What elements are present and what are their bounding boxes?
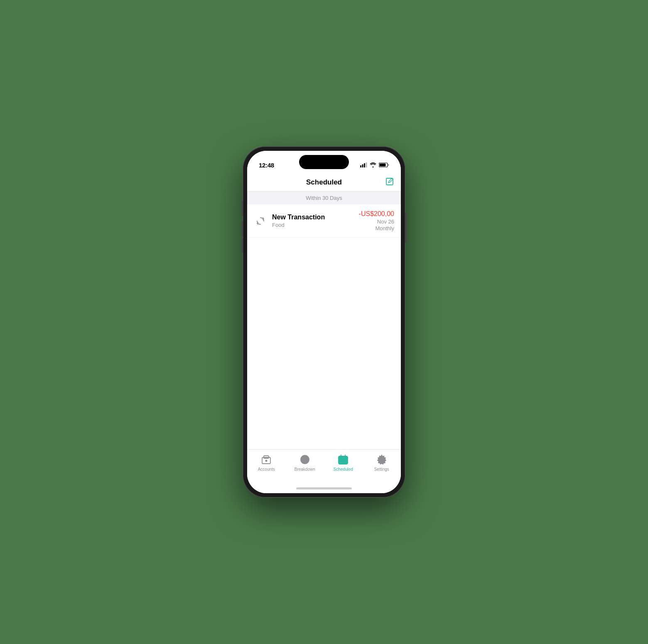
svg-rect-19 xyxy=(340,462,341,463)
accounts-tab-icon xyxy=(260,454,272,465)
svg-rect-20 xyxy=(343,462,344,463)
svg-rect-17 xyxy=(343,460,344,461)
svg-rect-16 xyxy=(340,460,341,461)
phone-screen: 12:48 xyxy=(247,151,401,493)
svg-rect-2 xyxy=(364,163,365,167)
section-header: Within 30 Days xyxy=(247,192,401,204)
tab-settings[interactable]: Settings xyxy=(367,454,396,472)
svg-rect-18 xyxy=(345,460,346,461)
svg-rect-3 xyxy=(366,162,367,167)
phone-frame: 12:48 xyxy=(243,147,405,497)
nav-title: Scheduled xyxy=(306,178,342,187)
transaction-category: Food xyxy=(272,222,359,228)
breakdown-tab-label: Breakdown xyxy=(295,467,315,472)
transaction-date: Nov 26 xyxy=(359,219,394,225)
edit-button[interactable] xyxy=(385,177,394,188)
transaction-name: New Transaction xyxy=(272,214,359,221)
settings-tab-icon xyxy=(376,454,388,465)
recurrence-icon xyxy=(254,214,267,228)
scheduled-tab-icon xyxy=(337,454,349,465)
battery-icon xyxy=(379,162,389,167)
svg-rect-0 xyxy=(360,165,361,167)
settings-tab-label: Settings xyxy=(374,467,389,472)
transaction-recurrence: Monthly xyxy=(359,225,394,231)
home-bar xyxy=(296,487,352,489)
transaction-right: -US$200,00 Nov 26 Monthly xyxy=(359,210,394,231)
status-time: 12:48 xyxy=(259,162,274,169)
dynamic-island xyxy=(299,155,349,169)
svg-rect-6 xyxy=(380,164,386,167)
home-indicator xyxy=(247,483,401,493)
transaction-amount: -US$200,00 xyxy=(359,210,394,218)
signal-icon xyxy=(360,162,367,167)
accounts-tab-label: Accounts xyxy=(258,467,275,472)
wifi-icon xyxy=(370,162,376,167)
status-icons xyxy=(360,162,389,167)
transaction-item[interactable]: New Transaction Food -US$200,00 Nov 26 M… xyxy=(247,204,401,238)
svg-rect-9 xyxy=(264,456,269,458)
svg-rect-5 xyxy=(388,164,389,166)
status-bar: 12:48 xyxy=(247,151,401,173)
svg-rect-7 xyxy=(386,178,393,185)
svg-rect-1 xyxy=(362,165,363,168)
tab-accounts[interactable]: Accounts xyxy=(252,454,281,472)
transaction-details: New Transaction Food xyxy=(272,214,359,228)
content-area: New Transaction Food -US$200,00 Nov 26 M… xyxy=(247,204,401,449)
tab-breakdown[interactable]: Breakdown xyxy=(290,454,319,472)
tab-scheduled[interactable]: Scheduled xyxy=(329,454,358,472)
svg-point-10 xyxy=(265,460,268,462)
tab-bar: Accounts Breakdown xyxy=(247,449,401,483)
breakdown-tab-icon xyxy=(299,454,311,465)
scheduled-tab-label: Scheduled xyxy=(334,467,353,472)
nav-bar: Scheduled xyxy=(247,173,401,192)
